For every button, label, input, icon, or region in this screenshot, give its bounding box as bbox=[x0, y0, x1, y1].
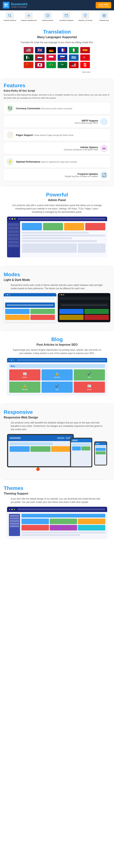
desktop-nav bbox=[8, 435, 73, 441]
themes-dot-yellow bbox=[11, 509, 12, 510]
blog-card-3-text: Tips bbox=[88, 376, 91, 378]
blog-card-6: 📰 Article bbox=[74, 381, 105, 393]
themes-sidebar-item-4 bbox=[10, 523, 19, 525]
stat-card-orange bbox=[64, 223, 84, 230]
feature-performance: ⚡ Optimal Performance Speed is optimized… bbox=[4, 156, 110, 167]
flag-it: 🇮🇹 bbox=[69, 47, 79, 53]
phone-card-1 bbox=[96, 448, 106, 451]
feature-currency-text: Currency Conversion View prices across v… bbox=[16, 107, 108, 110]
feature-performance-desc: Speed is optimized by using clever cachi… bbox=[41, 161, 77, 163]
dark-nav-bar bbox=[58, 297, 111, 301]
translation-title: Translation bbox=[4, 29, 110, 35]
themes-section: Themes Theming Support If you don't like… bbox=[0, 480, 114, 547]
infinite-icon: ∞ bbox=[100, 145, 108, 152]
flag-de: 🇩🇪 bbox=[46, 47, 56, 53]
tablet-content bbox=[71, 442, 91, 452]
nav-item-domain-whois[interactable]: ? Domain Whois bbox=[38, 12, 57, 21]
dark-search-input bbox=[61, 304, 107, 306]
desktop-card-3 bbox=[51, 446, 71, 452]
light-card-2 bbox=[30, 309, 55, 314]
light-card-row-1 bbox=[5, 309, 55, 314]
mode-screenshots bbox=[4, 293, 110, 322]
nav-item-expired-domains[interactable]: Expired Domains bbox=[57, 12, 76, 21]
phone-frame bbox=[94, 441, 107, 465]
modes-section: Modes Light & Dark Mode DomainsKit comes… bbox=[0, 266, 114, 331]
themes-main bbox=[22, 514, 105, 536]
desktop-frame bbox=[7, 434, 74, 467]
flag-sa: 🇸🇦 bbox=[58, 62, 67, 68]
feature-infinite-name: Infinite Options bbox=[81, 146, 98, 149]
admin-sidebar bbox=[7, 221, 20, 257]
blog-card-2-text: Security bbox=[54, 376, 60, 378]
flag-ru: 🇷🇺 bbox=[58, 55, 67, 61]
feature-smtp-desc: Send E-Mails through SMTP bbox=[75, 122, 98, 124]
blog-section: Blog Post Articles to Improve SEO Superc… bbox=[0, 331, 114, 403]
flag-es: 🇪🇸 bbox=[80, 47, 90, 53]
desktop-content bbox=[8, 441, 73, 453]
domain-whois-icon: ? bbox=[44, 12, 52, 19]
themes-dot-red bbox=[9, 509, 10, 510]
light-mode-screenshot bbox=[4, 293, 56, 322]
translation-section: Translation Many Languages Supported Tra… bbox=[0, 23, 114, 79]
earn-banner[interactable]: Earn with Affiliates & Ads bbox=[96, 2, 111, 8]
admin-bottom-panels bbox=[22, 244, 105, 253]
svg-rect-1 bbox=[6, 3, 8, 5]
theme-card-5 bbox=[50, 525, 77, 530]
desktop-cards bbox=[10, 446, 71, 452]
themes-sidebar-item-3 bbox=[10, 520, 19, 522]
nav-label-domain-generator: Domain Generator bbox=[21, 20, 36, 21]
apple-logo: 🍎 bbox=[36, 467, 40, 471]
light-nav-bar bbox=[4, 297, 56, 301]
modes-subtitle: Light & Dark Mode bbox=[4, 278, 110, 282]
currency-icon: 💱 bbox=[6, 104, 14, 112]
phone-logo bbox=[96, 443, 99, 444]
desktop-card-2 bbox=[30, 446, 50, 452]
themes-title: Themes bbox=[4, 485, 110, 491]
flag-my: 🇲🇾 bbox=[69, 62, 79, 68]
svg-rect-0 bbox=[4, 3, 6, 5]
nav-label-domain-dns: Domain DNS bbox=[99, 20, 109, 21]
stat-card-green bbox=[43, 223, 63, 230]
dot-green bbox=[14, 218, 16, 220]
sidebar-item-7 bbox=[8, 244, 19, 247]
themes-sidebar-item-1 bbox=[10, 515, 19, 517]
feature-pages: 📄 Pages Support Create dynamic Pages thr… bbox=[4, 129, 110, 141]
flag-jp: 🇯🇵 bbox=[35, 62, 45, 68]
light-card-3 bbox=[5, 315, 30, 320]
dark-content bbox=[58, 301, 111, 322]
domain-dns-icon bbox=[100, 12, 108, 19]
feature-performance-text: Optimal Performance Speed is optimized b… bbox=[16, 160, 108, 163]
sidebar-item-5 bbox=[8, 237, 19, 240]
stat-card-blue bbox=[22, 223, 42, 230]
dark-card-1 bbox=[59, 309, 84, 314]
blog-subtitle: Post Articles to Improve SEO bbox=[4, 343, 110, 346]
performance-icon: ⚡ bbox=[6, 158, 14, 165]
expired-domains-icon bbox=[62, 12, 70, 19]
nav-item-domain-location[interactable]: Domain Location bbox=[76, 12, 94, 21]
feature-pages-name: Pages Support bbox=[16, 134, 33, 136]
svg-point-6 bbox=[28, 15, 29, 16]
admin-panel-right bbox=[78, 244, 105, 253]
dark-dot-red bbox=[59, 294, 60, 295]
responsive-subtitle: Responsive Web Design bbox=[4, 416, 110, 419]
sidebar-item-4 bbox=[8, 234, 19, 237]
flag-gr: 🇬🇷 bbox=[69, 55, 79, 61]
blog-card-5-text: Tips bbox=[55, 389, 58, 390]
dot-red bbox=[9, 218, 10, 220]
earn-title: Earn with bbox=[98, 3, 109, 5]
tablet-card-1 bbox=[72, 446, 81, 451]
admin-body bbox=[7, 221, 107, 257]
dark-search-bar bbox=[59, 303, 109, 308]
nav-item-domain-search[interactable]: Domain Search bbox=[1, 12, 19, 21]
admin-top-bar bbox=[7, 217, 107, 221]
logo: DomainsKit Toolkit for Domains bbox=[3, 2, 27, 8]
feature-infinite-desc: Customize all features in the Admin Pane… bbox=[64, 149, 98, 151]
logo-text: DomainsKit Toolkit for Domains bbox=[11, 3, 27, 8]
nav-item-domain-generator[interactable]: Domain Generator bbox=[20, 12, 38, 21]
phone-screen bbox=[95, 442, 106, 465]
flag-cn: 🇨🇳 bbox=[24, 62, 33, 68]
admin-subtitle: Admin Panel bbox=[4, 198, 110, 202]
nav-item-domain-dns[interactable]: Domain DNS bbox=[95, 12, 113, 21]
feature-infinite-text: Infinite Options Customize all features … bbox=[6, 146, 98, 151]
blog-card-4: 🔒 Security bbox=[9, 381, 40, 393]
